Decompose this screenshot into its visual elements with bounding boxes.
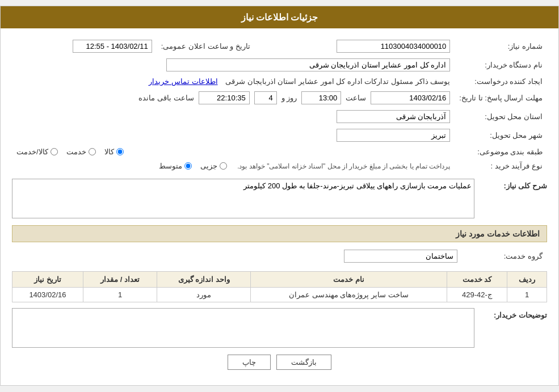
row-shomara: شماره نیاز: تاریخ و ساعت اعلان عمومی: [12, 37, 547, 56]
radio-jozii-input[interactable] [220, 162, 227, 170]
sharh-textarea[interactable]: عملیات مرمت بازسازی راههای ییلاقی تبریز-… [12, 179, 474, 218]
row-nooe: نوع فرآیند خرید : پرداخت تمام یا بخشی از… [12, 159, 547, 173]
row-shahr: شهر محل تحویل: [12, 126, 547, 145]
col-name: نام خدمت [250, 272, 447, 288]
col-vahed: واحد اندازه گیری [157, 272, 251, 288]
goroh-input[interactable] [344, 250, 457, 263]
shomara-label: شماره نیاز: [455, 37, 547, 56]
naam-value [12, 56, 455, 74]
nooe-value: پرداخت تمام یا بخشی از مبلغ خریدار از مح… [12, 159, 455, 173]
cell-tarikh: 1403/02/16 [12, 288, 83, 302]
ijad-value: یوسف ذاکر مسئول تدارکات اداره کل امور عش… [12, 74, 455, 88]
mohlat-saat-input[interactable] [301, 91, 341, 104]
mohlat-label: مهلت ارسال پاسخ: تا تاریخ: [455, 88, 547, 107]
tarikh-input[interactable] [73, 40, 152, 53]
button-bar: بازگشت چاپ [12, 348, 547, 377]
mohlat-value: ساعت روز و ساعت باقی مانده [12, 88, 455, 107]
tabagheh-label: طبقه بندی موضوعی: [455, 145, 547, 159]
khadamat-section-title: اطلاعات خدمات مورد نیاز [12, 225, 547, 242]
naam-input[interactable] [166, 58, 450, 71]
ijad-label: ایجاد کننده درخواست: [455, 74, 547, 88]
content-area: شماره نیاز: تاریخ و ساعت اعلان عمومی: نا… [1, 28, 558, 385]
col-tarikh: تاریخ نیاز [12, 272, 83, 288]
roz-label: روز و [281, 94, 297, 102]
shomara-value [255, 37, 455, 56]
nooe-label: نوع فرآیند خرید : [455, 159, 547, 173]
services-table: ردیف کد خدمت نام خدمت واحد اندازه گیری ت… [12, 271, 547, 302]
radio-motovaset-input[interactable] [184, 162, 192, 170]
cell-tedad: 1 [83, 288, 157, 302]
radio-khadamat-label: خدمت [66, 147, 86, 156]
nooe-radio-group: متوسط جزیی [159, 162, 227, 170]
ostan-value [12, 107, 455, 126]
back-button[interactable]: بازگشت [276, 355, 331, 370]
services-header-row: ردیف کد خدمت نام خدمت واحد اندازه گیری ت… [12, 272, 547, 288]
page-header: جزئیات اطلاعات نیاز [1, 6, 558, 28]
mohlat-date-input[interactable] [371, 91, 450, 104]
radio-kala: کالا [104, 147, 124, 156]
row-ostan: استان محل تحویل: [12, 107, 547, 126]
sharh-row: شرح کلی نیاز: عملیات مرمت بازسازی راههای… [12, 179, 547, 218]
contact-link[interactable]: اطلاعات تماس خریدار [149, 77, 217, 86]
radio-khadamat-input[interactable] [89, 148, 96, 155]
tarikh-value [12, 37, 157, 56]
goroh-value [12, 247, 462, 265]
radio-motovaset: متوسط [159, 162, 192, 170]
ostan-label: استان محل تحویل: [455, 107, 547, 126]
radio-kala-khadamat: کالا/خدمت [16, 147, 58, 156]
services-table-head: ردیف کد خدمت نام خدمت واحد اندازه گیری ت… [12, 272, 547, 288]
radio-kala-khadamat-input[interactable] [51, 148, 58, 155]
ostan-input[interactable] [337, 110, 450, 123]
col-radif: ردیف [507, 272, 547, 288]
services-table-body: 1 ج-42-429 ساخت سایر پروژه‌های مهندسی عم… [12, 288, 547, 302]
cell-vahed: مورد [157, 288, 251, 302]
radio-jozii: جزیی [200, 162, 227, 170]
ijad-text: یوسف ذاکر مسئول تدارکات اداره کل امور عش… [225, 77, 450, 86]
cell-code: ج-42-429 [447, 288, 507, 302]
saat-label: ساعت [346, 94, 366, 102]
radio-kala-input[interactable] [116, 148, 124, 155]
page-title: جزئیات اطلاعات نیاز [241, 12, 318, 22]
cell-radif: 1 [507, 288, 547, 302]
radio-jozii-label: جزیی [200, 162, 217, 170]
radio-kala-label: کالا [104, 147, 114, 156]
shahr-label: شهر محل تحویل: [455, 126, 547, 145]
page-container: جزئیات اطلاعات نیاز شماره نیاز: تاریخ و … [0, 6, 559, 386]
tabagheh-value: کالا/خدمت خدمت کالا [12, 145, 455, 159]
mohlat-suffix: ساعت باقی مانده [138, 94, 194, 102]
nooe-note: پرداخت تمام یا بخشی از مبلغ خریدار از مح… [237, 162, 450, 170]
naam-label: نام دستگاه خریدار: [455, 56, 547, 74]
sharh-label: شرح کلی نیاز: [479, 179, 547, 190]
goroh-row: گروه خدمت: [12, 247, 547, 265]
col-code: کد خدمت [447, 272, 507, 288]
shahr-value [12, 126, 455, 145]
tozihat-textarea[interactable] [12, 308, 474, 348]
col-tedad: تعداد / مقدار [83, 272, 157, 288]
tabagheh-radio-group: کالا/خدمت خدمت کالا [16, 147, 450, 156]
row-naam: نام دستگاه خریدار: [12, 56, 547, 74]
mohlat-roz-input[interactable] [254, 91, 277, 104]
shomara-input[interactable] [337, 40, 450, 53]
shahr-input[interactable] [337, 129, 450, 142]
tozihat-label: توضیحات خریدار: [479, 308, 547, 319]
cell-name: ساخت سایر پروژه‌های مهندسی عمران [250, 288, 447, 302]
tarikh-label: تاریخ و ساعت اعلان عمومی: [157, 37, 255, 56]
radio-khadamat: خدمت [66, 147, 96, 156]
goroh-label: گروه خدمت: [462, 247, 547, 265]
radio-kala-khadamat-label: کالا/خدمت [16, 147, 48, 156]
print-button[interactable]: چاپ [228, 355, 271, 370]
table-row: 1 ج-42-429 ساخت سایر پروژه‌های مهندسی عم… [12, 288, 547, 302]
mohlat-remain-input[interactable] [199, 91, 250, 104]
row-ijad: ایجاد کننده درخواست: یوسف ذاکر مسئول تدا… [12, 74, 547, 88]
row-tabagheh: طبقه بندی موضوعی: کالا/خدمت خدمت کالا [12, 145, 547, 159]
radio-motovaset-label: متوسط [159, 162, 182, 170]
row-mohlat: مهلت ارسال پاسخ: تا تاریخ: ساعت روز و سا… [12, 88, 547, 107]
goroh-table: گروه خدمت: [12, 247, 547, 265]
info-table: شماره نیاز: تاریخ و ساعت اعلان عمومی: نا… [12, 37, 547, 173]
tozihat-row: توضیحات خریدار: [12, 308, 547, 348]
